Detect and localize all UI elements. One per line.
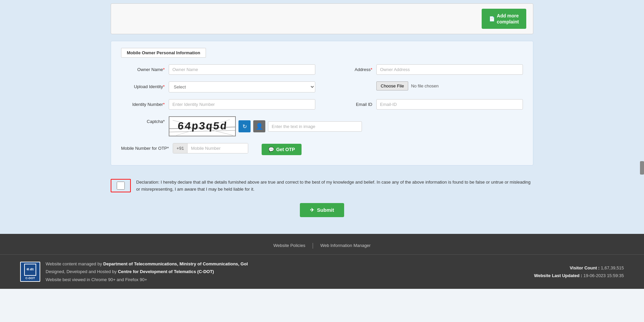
upload-identity-group: Upload Identity* Select Aadhar Card PAN … (121, 81, 315, 92)
captcha-row: Captcha* 64p3q5d (121, 116, 523, 136)
mobile-number-input[interactable] (187, 143, 248, 153)
scrollbar-handle[interactable] (640, 161, 644, 175)
captcha-person-button[interactable]: 👤 (253, 120, 265, 132)
chat-icon: 💬 (268, 147, 274, 152)
identity-number-label: Identity Number* (121, 99, 165, 107)
captcha-image: 64p3q5d (169, 116, 236, 136)
declaration-checkbox-wrapper (111, 179, 131, 192)
mobile-number-group: Mobile Number for OTP* +91 (121, 143, 248, 153)
mobile-otp-row: Mobile Number for OTP* +91 💬 Get OTP (121, 143, 523, 155)
footer-divider: | (312, 242, 314, 249)
footer-website-policies-link[interactable]: Website Policies (273, 243, 305, 248)
document-icon: 📄 (489, 16, 495, 22)
captcha-refresh-button[interactable]: ↻ (238, 120, 251, 132)
mobile-input-wrapper: +91 (173, 143, 248, 153)
refresh-icon: ↻ (243, 123, 247, 130)
file-upload-group: Choose File No file chosen (329, 81, 523, 92)
person-icon: 👤 (256, 123, 263, 130)
captcha-area: 64p3q5d ↻ 👤 (169, 116, 362, 136)
declaration-section: Declaration: I hereby declare that all t… (0, 172, 644, 200)
email-id-group: Email ID (329, 99, 523, 110)
owner-name-group: Owner Name* (121, 64, 315, 75)
cdot-logo: सी-डॉट C-DOT (20, 262, 40, 282)
owner-name-label: Owner Name* (121, 64, 165, 72)
upload-identity-select[interactable]: Select Aadhar Card PAN Card Passport Vot… (169, 81, 315, 92)
footer-web-info-manager-link[interactable]: Web Information Manager (320, 243, 371, 248)
identity-number-group: Identity Number* (121, 99, 315, 110)
address-input[interactable] (376, 64, 523, 75)
footer-bottom: सी-डॉट C-DOT Website content managed by … (0, 255, 644, 289)
captcha-text-display: 64p3q5d (177, 120, 228, 133)
mobile-owner-form-section: Mobile Owner Personal Information Owner … (111, 41, 533, 166)
get-otp-label: Get OTP (276, 147, 295, 152)
file-input-wrapper: Choose File No file chosen (376, 81, 523, 90)
add-more-complaint-button[interactable]: 📄 Add more complaint (482, 9, 526, 29)
email-id-label: Email ID (329, 99, 372, 107)
captcha-text-input[interactable] (268, 121, 362, 132)
mobile-prefix: +91 (173, 143, 187, 153)
footer-logo-area: सी-डॉट C-DOT Website content managed by … (20, 260, 248, 283)
captcha-label: Captcha* (121, 116, 165, 124)
address-label: Address* (329, 64, 372, 72)
declaration-text: Declaration: I hereby declare that all t… (136, 179, 533, 193)
file-name-display: No file chosen (411, 83, 438, 88)
submit-button[interactable]: ✈ Submit (300, 203, 344, 217)
footer-right: Visitor Count : 1,67,39,515 Website Last… (534, 264, 624, 280)
section-tab: Mobile Owner Personal Information (121, 48, 206, 58)
submit-section: ✈ Submit (0, 200, 644, 227)
mobile-number-label: Mobile Number for OTP* (121, 143, 169, 151)
upload-identity-label: Upload Identity* (121, 81, 165, 89)
footer-body-text: Website content managed by Department of… (46, 260, 248, 283)
add-complaint-label: Add more complaint (497, 13, 519, 25)
email-id-input[interactable] (376, 99, 523, 110)
address-group: Address* (329, 64, 523, 75)
identity-number-input[interactable] (169, 99, 315, 110)
submit-icon: ✈ (310, 207, 314, 213)
get-otp-button[interactable]: 💬 Get OTP (262, 144, 302, 155)
submit-label: Submit (317, 207, 334, 213)
footer-links: Website Policies | Web Information Manag… (0, 239, 644, 255)
file-upload-label (329, 81, 372, 84)
owner-name-input[interactable] (169, 64, 315, 75)
footer: Website Policies | Web Information Manag… (0, 234, 644, 289)
choose-file-button[interactable]: Choose File (376, 81, 408, 90)
declaration-checkbox[interactable] (117, 182, 125, 190)
